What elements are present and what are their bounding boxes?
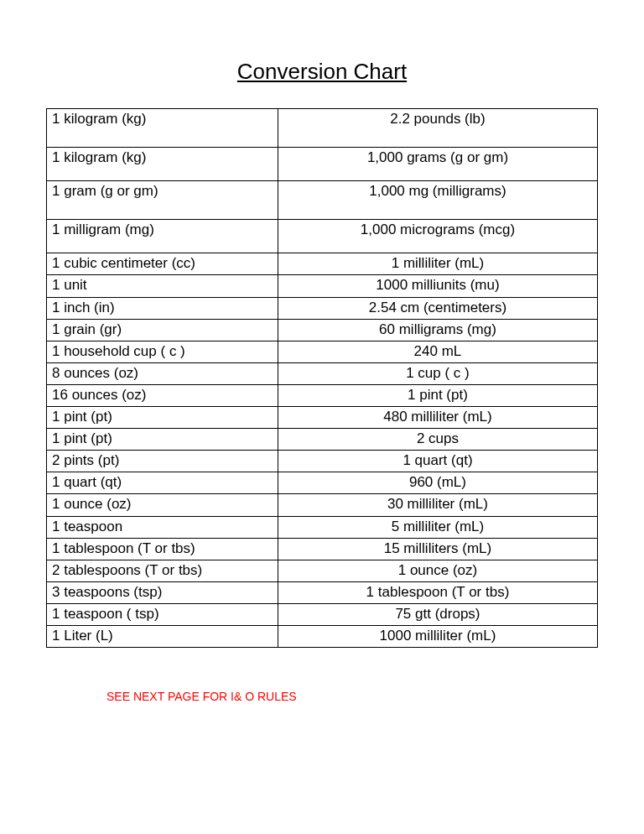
page-title: Conversion Chart [46, 59, 598, 85]
to-cell: 1,000 micrograms (mcg) [278, 220, 597, 253]
table-row: 1 ounce (oz)30 milliliter (mL) [47, 494, 598, 516]
table-row: 1 quart (qt)960 (mL) [47, 472, 598, 494]
from-cell: 1 unit [47, 275, 278, 297]
conversion-table: 1 kilogram (kg)2.2 pounds (lb)1 kilogram… [46, 108, 598, 648]
to-cell: 1000 milliunits (mu) [278, 275, 597, 297]
to-cell: 1 cup ( c ) [278, 362, 597, 384]
from-cell: 2 tablespoons (T or tbs) [47, 560, 278, 581]
from-cell: 1 gram (g or gm) [47, 181, 278, 220]
to-cell: 960 (mL) [278, 472, 597, 494]
table-row: 1 kilogram (kg)1,000 grams (g or gm) [47, 148, 598, 181]
to-cell: 2 cups [278, 429, 597, 451]
from-cell: 1 teaspoon [47, 516, 278, 538]
to-cell: 2.54 cm (centimeters) [278, 297, 597, 319]
to-cell: 1,000 grams (g or gm) [278, 148, 597, 181]
from-cell: 1 kilogram (kg) [47, 109, 278, 148]
table-row: 1 teaspoon ( tsp)75 gtt (drops) [47, 603, 598, 625]
table-row: 1 pint (pt)2 cups [47, 429, 598, 451]
from-cell: 1 cubic centimeter (cc) [47, 253, 278, 275]
to-cell: 480 milliliter (mL) [278, 407, 597, 429]
to-cell: 5 milliliter (mL) [278, 516, 597, 538]
to-cell: 60 milligrams (mg) [278, 319, 597, 341]
to-cell: 1 milliliter (mL) [278, 253, 597, 275]
table-row: 1 gram (g or gm)1,000 mg (milligrams) [47, 181, 598, 220]
from-cell: 16 ounces (oz) [47, 384, 278, 406]
from-cell: 3 teaspoons (tsp) [47, 581, 278, 603]
to-cell: 1 tablespoon (T or tbs) [278, 581, 597, 603]
to-cell: 1 quart (qt) [278, 451, 597, 472]
from-cell: 1 quart (qt) [47, 472, 278, 494]
from-cell: 1 inch (in) [47, 297, 278, 319]
to-cell: 1 ounce (oz) [278, 560, 597, 581]
table-row: 1 grain (gr)60 milligrams (mg) [47, 319, 598, 341]
to-cell: 15 milliliters (mL) [278, 538, 597, 560]
table-row: 1 tablespoon (T or tbs)15 milliliters (m… [47, 538, 598, 560]
to-cell: 1 pint (pt) [278, 384, 597, 406]
from-cell: 8 ounces (oz) [47, 362, 278, 384]
from-cell: 1 pint (pt) [47, 429, 278, 451]
to-cell: 1,000 mg (milligrams) [278, 181, 597, 220]
to-cell: 240 mL [278, 341, 597, 362]
table-row: 1 pint (pt)480 milliliter (mL) [47, 407, 598, 429]
from-cell: 1 Liter (L) [47, 625, 278, 647]
to-cell: 1000 milliliter (mL) [278, 625, 597, 647]
to-cell: 30 milliliter (mL) [278, 494, 597, 516]
from-cell: 1 milligram (mg) [47, 220, 278, 253]
table-row: 2 tablespoons (T or tbs)1 ounce (oz) [47, 560, 598, 581]
table-row: 3 teaspoons (tsp)1 tablespoon (T or tbs) [47, 581, 598, 603]
table-row: 1 cubic centimeter (cc)1 milliliter (mL) [47, 253, 598, 275]
to-cell: 75 gtt (drops) [278, 603, 597, 625]
table-row: 1 milligram (mg)1,000 micrograms (mcg) [47, 220, 598, 253]
table-row: 1 kilogram (kg)2.2 pounds (lb) [47, 109, 598, 148]
from-cell: 1 grain (gr) [47, 319, 278, 341]
from-cell: 1 household cup ( c ) [47, 341, 278, 362]
from-cell: 1 ounce (oz) [47, 494, 278, 516]
table-row: 1 unit1000 milliunits (mu) [47, 275, 598, 297]
table-row: 1 Liter (L)1000 milliliter (mL) [47, 625, 598, 647]
table-row: 1 inch (in)2.54 cm (centimeters) [47, 297, 598, 319]
table-row: 8 ounces (oz)1 cup ( c ) [47, 362, 598, 384]
table-row: 16 ounces (oz)1 pint (pt) [47, 384, 598, 406]
table-row: 1 household cup ( c )240 mL [47, 341, 598, 362]
from-cell: 1 pint (pt) [47, 407, 278, 429]
from-cell: 1 teaspoon ( tsp) [47, 603, 278, 625]
table-row: 1 teaspoon5 milliliter (mL) [47, 516, 598, 538]
table-row: 2 pints (pt)1 quart (qt) [47, 451, 598, 472]
from-cell: 1 tablespoon (T or tbs) [47, 538, 278, 560]
from-cell: 2 pints (pt) [47, 451, 278, 472]
to-cell: 2.2 pounds (lb) [278, 109, 597, 148]
next-page-note: SEE NEXT PAGE FOR I& O RULES [106, 690, 598, 703]
from-cell: 1 kilogram (kg) [47, 148, 278, 181]
